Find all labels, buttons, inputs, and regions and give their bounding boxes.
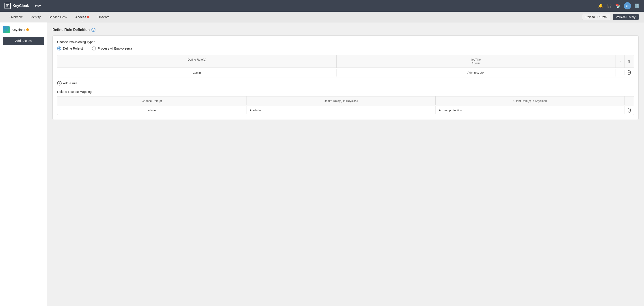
th-realm-roles: Realm Role(s) in Keycloak xyxy=(246,97,436,105)
th-add-row xyxy=(625,97,634,105)
layers-icon[interactable]: 📚 xyxy=(615,3,620,8)
th-delete: 🗑 xyxy=(625,55,634,68)
tab-service-desk[interactable]: Service Desk xyxy=(45,12,71,22)
th-client-roles: Client Role(s) in Keycloak xyxy=(436,97,625,105)
delete-column-icon[interactable]: 🗑 xyxy=(628,60,631,64)
th-job-title: jobTitle Equals xyxy=(336,55,616,68)
app-logo: KeyCloak xyxy=(4,3,29,9)
radio-define-roles-label: Define Role(s) xyxy=(63,47,83,50)
td-add-value[interactable]: + xyxy=(625,68,634,77)
td-role: admin xyxy=(57,69,336,77)
th-define-roles: Define Role(s) xyxy=(57,55,336,68)
upload-hr-data-button[interactable]: Upload HR Data xyxy=(582,14,610,20)
main-card: Choose Provisioning Type* Define Role(s)… xyxy=(52,36,638,120)
top-bar: KeyCloak Draft 🔔 🎧 📚 SP ℹ️ xyxy=(0,0,644,12)
nav-tabs: Overview Identity Service Desk Access Ob… xyxy=(6,12,114,22)
td-realm-roles-values: admin xyxy=(246,106,436,114)
add-rule-label: Add a rule xyxy=(63,81,77,85)
headset-icon[interactable]: 🎧 xyxy=(607,3,612,8)
th-options: ⋮ xyxy=(616,55,625,68)
provisioning-section: Choose Provisioning Type* Define Role(s)… xyxy=(57,40,634,51)
sidebar-menu-icon[interactable]: ⋮ xyxy=(40,27,44,32)
section-title: Define Role Definition ? xyxy=(52,28,638,32)
nav-actions: Upload HR Data Version History xyxy=(582,14,638,20)
draft-label: Draft xyxy=(34,4,41,8)
td-add-mapping[interactable]: + xyxy=(625,105,634,115)
role-def-table-header: Define Role(s) jobTitle Equals ⋮ 🗑 xyxy=(57,55,634,68)
mapping-section: Role to License Mapping Choose Role(s) R… xyxy=(57,90,634,115)
realm-role-value: admin xyxy=(253,109,260,112)
main-layout: Keycloak ⋮ Add Access Define Role Defini… xyxy=(0,23,644,306)
th-choose-roles: Choose Role(s) xyxy=(57,97,246,105)
tab-observe[interactable]: Observe xyxy=(94,12,114,22)
tab-overview[interactable]: Overview xyxy=(6,12,26,22)
add-access-button[interactable]: Add Access xyxy=(3,37,44,45)
license-mapping-row: admin admin uma_protection xyxy=(57,105,634,115)
tab-identity[interactable]: Identity xyxy=(26,12,44,22)
radio-process-all-label: Process All Employee(s) xyxy=(98,47,132,50)
add-rule-icon: + xyxy=(57,81,62,86)
tab-access[interactable]: Access xyxy=(71,12,94,22)
radio-process-all-circle xyxy=(92,47,96,51)
column-options-icon[interactable]: ⋮ xyxy=(618,59,622,64)
bullet xyxy=(439,110,440,111)
access-badge xyxy=(87,16,90,18)
bell-icon[interactable]: 🔔 xyxy=(598,3,603,8)
mapping-label: Role to License Mapping xyxy=(57,90,634,94)
add-rule[interactable]: + Add a rule xyxy=(57,81,634,86)
radio-process-all[interactable]: Process All Employee(s) xyxy=(92,47,132,51)
sidebar-header: Keycloak ⋮ xyxy=(3,26,44,33)
radio-define-roles-circle xyxy=(57,47,61,51)
secondary-nav: Overview Identity Service Desk Access Ob… xyxy=(0,12,644,23)
license-mapping-table: Choose Role(s) Realm Role(s) in Keycloak… xyxy=(57,96,634,115)
app-name: KeyCloak xyxy=(12,4,29,8)
realm-role-item: admin xyxy=(250,109,432,112)
help-icon[interactable]: ? xyxy=(92,28,96,32)
sidebar-app-name: Keycloak xyxy=(12,28,29,32)
sidebar-info-dot xyxy=(26,28,29,31)
add-mapping-icon[interactable]: + xyxy=(628,108,630,113)
role-definition-table: Define Role(s) jobTitle Equals ⋮ 🗑 xyxy=(57,55,634,77)
radio-group: Define Role(s) Process All Employee(s) xyxy=(57,47,634,51)
app-icon xyxy=(3,26,10,33)
top-bar-right: 🔔 🎧 📚 SP ℹ️ xyxy=(598,2,640,10)
avatar[interactable]: SP xyxy=(624,2,631,10)
th-job-title-content: jobTitle Equals xyxy=(340,58,612,65)
version-history-button[interactable]: Version History xyxy=(613,14,638,20)
sidebar: Keycloak ⋮ Add Access xyxy=(0,23,47,306)
td-mapping-role: admin xyxy=(57,106,246,114)
td-client-roles-values: uma_protection xyxy=(436,106,625,114)
license-mapping-header: Choose Role(s) Realm Role(s) in Keycloak… xyxy=(57,97,634,105)
info-icon[interactable]: ℹ️ xyxy=(634,3,640,8)
role-def-table-row: admin Administrator + xyxy=(57,68,634,77)
top-bar-left: KeyCloak Draft xyxy=(4,3,40,9)
content: Define Role Definition ? Choose Provisio… xyxy=(47,23,644,306)
radio-define-roles[interactable]: Define Role(s) xyxy=(57,47,83,51)
logo-icon xyxy=(4,3,11,9)
client-role-item: uma_protection xyxy=(439,109,621,112)
provisioning-label: Choose Provisioning Type* xyxy=(57,40,634,44)
add-value-icon[interactable]: + xyxy=(628,70,630,75)
td-empty xyxy=(616,70,625,75)
bullet xyxy=(250,110,252,111)
client-role-value: uma_protection xyxy=(442,109,462,112)
sidebar-app: Keycloak xyxy=(3,26,29,33)
td-value: Administrator xyxy=(336,69,616,77)
